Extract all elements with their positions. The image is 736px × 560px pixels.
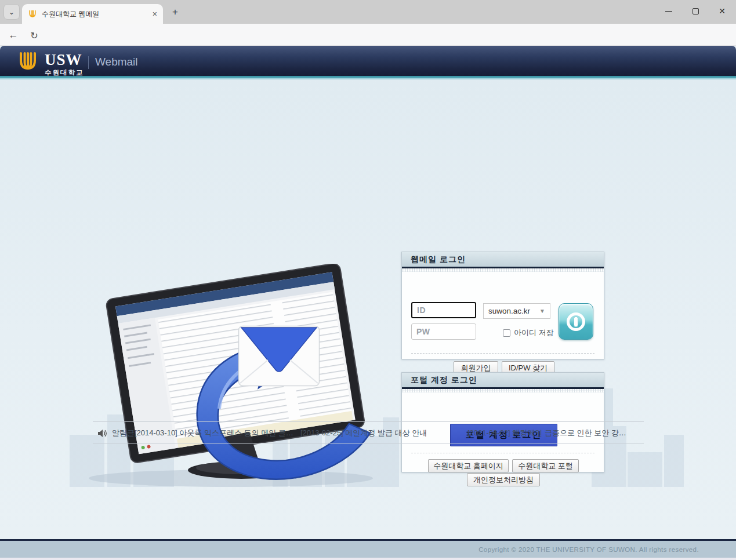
- tab-search-button[interactable]: ⌄: [3, 4, 20, 20]
- notice-item[interactable]: [2021-06-02] 해킹메일 급증으로 인한 보안 강…: [467, 422, 626, 444]
- portal-login-header: 포털 계정 로그인: [402, 373, 604, 389]
- window-maximize-button[interactable]: [682, 0, 709, 22]
- envelope-icon: [238, 325, 320, 387]
- webmail-login-title: 웹메일 로그인: [411, 254, 466, 265]
- webmail-illustration: [45, 264, 411, 493]
- logo-acronym: USW: [45, 52, 84, 68]
- close-icon: ✕: [719, 6, 726, 16]
- divider: [411, 453, 594, 453]
- chevron-down-icon: ▼: [539, 308, 545, 314]
- chevron-down-icon: ⌄: [9, 8, 15, 16]
- copyright-text: Copyright © 2020 THE UNIVERSITY OF SUWON…: [478, 546, 699, 553]
- header-divider: [88, 56, 89, 69]
- notice-item[interactable]: [2013-02-25] 메일계정 발급 대상 안내: [300, 422, 427, 444]
- homepage-label: 수원대학교 홈페이지: [433, 461, 503, 471]
- notice-text: [2013-02-25] 메일계정 발급 대상 안내: [300, 428, 427, 438]
- page-footer: Copyright © 2020 THE UNIVERSITY OF SUWON…: [0, 541, 736, 558]
- new-tab-button[interactable]: +: [168, 5, 182, 19]
- panel-texture: [402, 389, 604, 392]
- webmail-app-title: Webmail: [95, 56, 138, 68]
- site-header: USW 수원대학교 Webmail: [0, 46, 736, 78]
- power-icon: [564, 310, 588, 333]
- window-close-button[interactable]: ✕: [709, 0, 735, 22]
- university-portal-button[interactable]: 수원대학교 포털: [512, 459, 579, 472]
- domain-value: suwon.ac.kr: [488, 307, 530, 315]
- browser-tab-bar: ⌄ 수원대학교 웹메일 × + ✕: [0, 0, 736, 24]
- login-button[interactable]: [559, 303, 593, 340]
- notice-text: 알림글[2014-03-10] 아웃룩 익스프레스 등의 메일 클…: [112, 428, 293, 438]
- usw-favicon-icon: [28, 9, 37, 19]
- portal-login-title: 포털 계정 로그인: [411, 375, 477, 386]
- notice-text: [2021-06-02] 해킹메일 급증으로 인한 보안 강…: [467, 428, 626, 438]
- logo-university-name: 수원대학교: [45, 70, 84, 77]
- privacy-label: 개인정보처리방침: [473, 475, 534, 485]
- browser-nav-bar: ← ↻ https://mail.suwon.ac.kr ☆ ••• 채팅: [0, 24, 736, 46]
- tab-close-icon[interactable]: ×: [153, 10, 157, 18]
- usw-emblem-icon: [16, 49, 39, 74]
- find-idpw-label: ID/PW 찾기: [509, 363, 548, 373]
- back-arrow-icon: ←: [9, 30, 19, 41]
- page-main: 웹메일 로그인 suwon.ac.kr ▼ 아이디 저장: [0, 79, 736, 539]
- window-edge: [0, 558, 736, 560]
- speaker-icon: [97, 429, 107, 438]
- password-input[interactable]: [411, 323, 476, 340]
- back-button[interactable]: ←: [6, 28, 21, 43]
- notice-bar: 알림글[2014-03-10] 아웃룩 익스프레스 등의 메일 클… [2013…: [93, 421, 644, 443]
- plus-icon: +: [172, 6, 178, 18]
- browser-window: ⌄ 수원대학교 웹메일 × + ✕ ←: [0, 0, 736, 560]
- id-input[interactable]: [411, 302, 476, 318]
- privacy-policy-button[interactable]: 개인정보처리방침: [467, 473, 540, 486]
- maximize-icon: [693, 8, 699, 14]
- usw-logo[interactable]: USW 수원대학교: [16, 49, 84, 77]
- tab-title: 수원대학교 웹메일: [42, 9, 148, 19]
- panel-texture: [402, 268, 604, 272]
- browser-tab[interactable]: 수원대학교 웹메일 ×: [22, 4, 163, 24]
- portal-label: 수원대학교 포털: [518, 461, 573, 471]
- refresh-button[interactable]: ↻: [27, 28, 42, 43]
- save-id-label: 아이디 저장: [514, 328, 554, 338]
- webmail-login-panel: 웹메일 로그인 suwon.ac.kr ▼ 아이디 저장: [401, 252, 604, 359]
- save-id-checkbox[interactable]: [503, 329, 510, 337]
- notice-item[interactable]: 알림글[2014-03-10] 아웃룩 익스프레스 등의 메일 클…: [97, 422, 293, 444]
- university-homepage-button[interactable]: 수원대학교 홈페이지: [428, 459, 509, 472]
- window-minimize-button[interactable]: [655, 0, 682, 22]
- webmail-login-header: 웹메일 로그인: [402, 252, 604, 268]
- minimize-icon: [665, 11, 672, 12]
- divider: [411, 353, 594, 354]
- signup-label: 회원가입: [461, 363, 491, 373]
- refresh-icon: ↻: [30, 30, 38, 41]
- domain-select[interactable]: suwon.ac.kr ▼: [483, 303, 550, 319]
